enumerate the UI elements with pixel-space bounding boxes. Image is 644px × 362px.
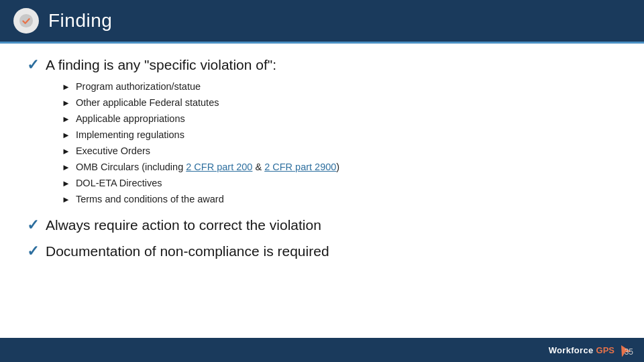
- list-item-text: Applicable appropriations: [76, 111, 185, 127]
- list-item-text-omb: OMB Circulars (including 2 CFR part 200 …: [76, 160, 339, 176]
- list-item: ► Terms and conditions of the award: [62, 192, 617, 208]
- slide-title: Finding: [48, 10, 112, 32]
- arrow-icon: ►: [62, 112, 70, 126]
- sub-list: ► Program authorization/statue ► Other a…: [27, 79, 617, 207]
- cfr-2900-link[interactable]: 2 CFR part 2900: [264, 162, 336, 172]
- list-item-text: Other applicable Federal statutes: [76, 95, 219, 111]
- list-item: ► Program authorization/statue: [62, 79, 617, 95]
- omb-text-mid: &: [252, 162, 264, 172]
- list-item-text: Executive Orders: [76, 143, 150, 160]
- main-point-1: ✓ A finding is any "specific violation o…: [27, 56, 617, 74]
- list-item: ► Other applicable Federal statutes: [62, 95, 617, 111]
- arrow-icon: ►: [62, 128, 70, 142]
- arrow-icon: ►: [62, 80, 70, 94]
- header-icon-container: [13, 8, 39, 34]
- footer-logo: Workforce GPS: [549, 343, 631, 357]
- footer-logo-accent: GPS: [596, 345, 614, 355]
- list-item-text: Terms and conditions of the award: [76, 192, 224, 208]
- content-area: ✓ A finding is any "specific violation o…: [0, 44, 644, 338]
- footer-logo-text: Workforce: [549, 345, 594, 355]
- slide: Finding ✓ A finding is any "specific vio…: [0, 0, 644, 362]
- list-item: ► DOL-ETA Directives: [62, 176, 617, 192]
- main-text-1: A finding is any "specific violation of"…: [46, 56, 276, 74]
- main-point-3: ✓ Documentation of non-compliance is req…: [27, 242, 617, 260]
- list-item: ► Applicable appropriations: [62, 111, 617, 127]
- checkmark-icon-2: ✓: [27, 217, 39, 234]
- main-text-3: Documentation of non-compliance is requi…: [46, 242, 329, 260]
- arrow-icon: ►: [62, 192, 70, 206]
- omb-text-pre: OMB Circulars (including: [76, 162, 186, 172]
- list-item-text: DOL-ETA Directives: [76, 176, 162, 192]
- page-number: 35: [625, 347, 633, 357]
- arrow-icon: ►: [62, 144, 70, 158]
- checkmark-icon-1: ✓: [27, 56, 39, 74]
- list-item: ► Implementing regulations: [62, 127, 617, 143]
- arrow-icon: ►: [62, 96, 70, 110]
- checkmark-icon-3: ✓: [27, 243, 39, 260]
- list-item: ► Executive Orders: [62, 143, 617, 160]
- main-text-2: Always require action to correct the vio…: [46, 216, 321, 234]
- list-item-text: Program authorization/statue: [76, 79, 201, 95]
- check-circle-icon: [19, 13, 34, 28]
- list-item-text: Implementing regulations: [76, 127, 184, 143]
- cfr-200-link[interactable]: 2 CFR part 200: [186, 162, 252, 172]
- main-point-2: ✓ Always require action to correct the v…: [27, 216, 617, 234]
- arrow-icon: ►: [62, 176, 70, 190]
- list-item-omb: ► OMB Circulars (including 2 CFR part 20…: [62, 160, 617, 176]
- svg-point-0: [19, 14, 33, 27]
- arrow-icon: ►: [62, 160, 70, 174]
- omb-text-post: ): [336, 162, 339, 172]
- footer: Workforce GPS: [0, 338, 644, 362]
- header: Finding: [0, 0, 644, 42]
